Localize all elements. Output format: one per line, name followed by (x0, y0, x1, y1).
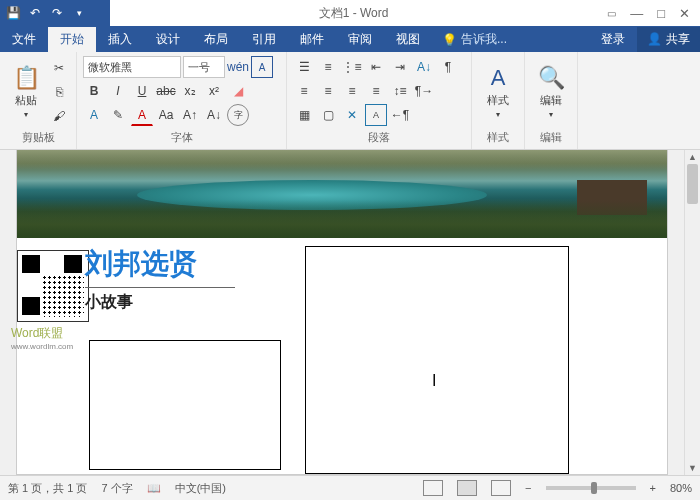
divider (85, 287, 235, 288)
language-indicator[interactable]: 中文(中国) (175, 481, 226, 496)
print-layout-icon[interactable] (457, 480, 477, 496)
chevron-down-icon: ▾ (549, 110, 553, 119)
editing-label: 编辑 (531, 130, 571, 147)
login-link[interactable]: 登录 (589, 27, 637, 52)
char-shading-icon[interactable]: Aa (155, 104, 177, 126)
text-box-1[interactable] (89, 340, 281, 470)
proofing-icon[interactable]: 📖 (147, 482, 161, 495)
paste-icon: 📋 (13, 65, 40, 91)
group-font: 微软雅黑 一号 wén A B I U abc x₂ x² ◢ A ✎ A Aa… (77, 52, 287, 149)
styles-button[interactable]: A 样式 ▾ (478, 57, 518, 127)
undo-icon[interactable]: ↶ (26, 6, 44, 20)
line-spacing-icon[interactable]: ↕≡ (389, 80, 411, 102)
font-family-select[interactable]: 微软雅黑 (83, 56, 181, 78)
borders-icon[interactable]: ▢ (317, 104, 339, 126)
shading-icon[interactable]: ▦ (293, 104, 315, 126)
zoom-slider[interactable] (546, 486, 636, 490)
sort-icon[interactable]: A↓ (413, 56, 435, 78)
page[interactable]: Word联盟 www.wordlm.com 刘邦选贤 小故事 I (16, 150, 668, 475)
chevron-down-icon: ▾ (496, 110, 500, 119)
asian-layout-icon[interactable]: A (365, 104, 387, 126)
editing-button[interactable]: 🔍 编辑 ▾ (531, 57, 571, 127)
tab-insert[interactable]: 插入 (96, 27, 144, 52)
align-right-icon[interactable]: ≡ (341, 80, 363, 102)
copy-icon[interactable]: ⎘ (48, 81, 70, 103)
format-painter-icon[interactable]: 🖌 (48, 105, 70, 127)
save-icon[interactable]: 💾 (4, 6, 22, 20)
zoom-level[interactable]: 80% (670, 482, 692, 494)
watermark: Word联盟 www.wordlm.com (11, 325, 73, 351)
phonetic-icon[interactable]: wén (227, 56, 249, 78)
qat-menu[interactable]: ▾ (70, 8, 88, 18)
multilevel-icon[interactable]: ⋮≡ (341, 56, 363, 78)
tab-design[interactable]: 设计 (144, 27, 192, 52)
doc-subtitle[interactable]: 小故事 (85, 292, 235, 313)
align-center-icon[interactable]: ≡ (317, 80, 339, 102)
content: 刘邦选贤 小故事 (85, 245, 235, 313)
scroll-down-icon[interactable]: ▼ (685, 463, 700, 473)
web-layout-icon[interactable] (491, 480, 511, 496)
zoom-out-icon[interactable]: − (525, 482, 531, 494)
vertical-scrollbar[interactable]: ▲ ▼ (684, 150, 700, 475)
maximize-icon[interactable]: □ (657, 6, 665, 21)
title-bar: 💾 ↶ ↷ ▾ 文档1 - Word ▭ — □ ✕ (0, 0, 700, 27)
font-size-select[interactable]: 一号 (183, 56, 225, 78)
clear-format-icon[interactable]: ◢ (227, 80, 249, 102)
close-icon[interactable]: ✕ (679, 6, 690, 21)
header-image (17, 150, 667, 238)
distributed-icon[interactable]: ✕ (341, 104, 363, 126)
qr-code (17, 250, 89, 322)
scroll-thumb[interactable] (687, 164, 698, 204)
numbering-icon[interactable]: ≡ (317, 56, 339, 78)
paste-button[interactable]: 📋 粘贴 ▾ (6, 57, 46, 127)
tab-home[interactable]: 开始 (48, 27, 96, 52)
subscript-button[interactable]: x₂ (179, 80, 201, 102)
tab-references[interactable]: 引用 (240, 27, 288, 52)
highlight-icon[interactable]: ✎ (107, 104, 129, 126)
window-title: 文档1 - Word (110, 5, 597, 22)
tab-mailings[interactable]: 邮件 (288, 27, 336, 52)
tab-review[interactable]: 审阅 (336, 27, 384, 52)
tab-view[interactable]: 视图 (384, 27, 432, 52)
char-border-icon[interactable]: A (251, 56, 273, 78)
cut-icon[interactable]: ✂ (48, 57, 70, 79)
zoom-in-icon[interactable]: + (650, 482, 656, 494)
tab-file[interactable]: 文件 (0, 27, 48, 52)
tab-layout[interactable]: 布局 (192, 27, 240, 52)
tell-me[interactable]: 💡告诉我... (432, 31, 517, 48)
text-box-2[interactable] (305, 246, 569, 474)
justify-icon[interactable]: ≡ (365, 80, 387, 102)
status-bar: 第 1 页，共 1 页 7 个字 📖 中文(中国) − + 80% (0, 475, 700, 500)
window-controls: ▭ — □ ✕ (597, 6, 700, 21)
show-marks-icon[interactable]: ¶ (437, 56, 459, 78)
font-color-icon[interactable]: A (131, 104, 153, 126)
align-left-icon[interactable]: ≡ (293, 80, 315, 102)
strike-button[interactable]: abc (155, 80, 177, 102)
increase-indent-icon[interactable]: ⇥ (389, 56, 411, 78)
superscript-button[interactable]: x² (203, 80, 225, 102)
find-icon: 🔍 (538, 65, 565, 91)
share-button[interactable]: 👤共享 (637, 27, 700, 52)
rtl-icon[interactable]: ←¶ (389, 104, 411, 126)
person-icon: 👤 (647, 27, 662, 52)
bold-button[interactable]: B (83, 80, 105, 102)
read-mode-icon[interactable] (423, 480, 443, 496)
page-indicator[interactable]: 第 1 页，共 1 页 (8, 481, 87, 496)
ltr-icon[interactable]: ¶→ (413, 80, 435, 102)
ribbon-options-icon[interactable]: ▭ (607, 8, 616, 19)
redo-icon[interactable]: ↷ (48, 6, 66, 20)
scroll-up-icon[interactable]: ▲ (685, 152, 700, 162)
italic-button[interactable]: I (107, 80, 129, 102)
shrink-font-icon[interactable]: A↓ (203, 104, 225, 126)
clipboard-label: 剪贴板 (6, 130, 70, 147)
text-effects-icon[interactable]: A (83, 104, 105, 126)
styles-icon: A (491, 65, 506, 91)
word-count[interactable]: 7 个字 (101, 481, 132, 496)
bullets-icon[interactable]: ☰ (293, 56, 315, 78)
enclose-char-icon[interactable]: 字 (227, 104, 249, 126)
grow-font-icon[interactable]: A↑ (179, 104, 201, 126)
decrease-indent-icon[interactable]: ⇤ (365, 56, 387, 78)
doc-title[interactable]: 刘邦选贤 (85, 245, 235, 283)
minimize-icon[interactable]: — (630, 6, 643, 21)
underline-button[interactable]: U (131, 80, 153, 102)
